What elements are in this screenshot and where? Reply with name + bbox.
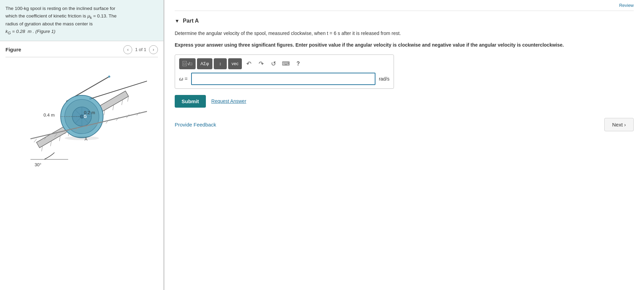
svg-text:G: G (84, 114, 87, 119)
math-input-row: ω = rad/s (179, 73, 389, 85)
reset-button[interactable]: ↺ (268, 58, 279, 69)
undo-button[interactable]: ↶ (243, 58, 254, 69)
mu-value: = 0.13. The (92, 13, 116, 19)
figure-title: Figure (5, 47, 21, 52)
svg-text:A: A (85, 137, 87, 142)
redo-button[interactable]: ↷ (256, 58, 267, 69)
bottom-row: Provide Feedback Next › (175, 118, 634, 131)
mu-symbol: μ (87, 13, 90, 19)
math-toolbar: □ √□ ΑΣφ ↕ vec ↶ ↷ ↺ ⌨ ? (179, 58, 389, 69)
review-link-area: Review (175, 0, 634, 11)
math-input-container: □ √□ ΑΣφ ↕ vec ↶ ↷ ↺ ⌨ ? ω = rad/s (175, 55, 394, 89)
figure-count: 1 of 1 (135, 47, 146, 52)
problem-line3: radius of gyration about the mass center… (5, 21, 92, 26)
next-figure-button[interactable]: › (149, 45, 158, 54)
provide-feedback-link[interactable]: Provide Feedback (175, 122, 216, 128)
left-panel: The 100-kg spool is resting on the incli… (0, 0, 164, 290)
problem-line1: The 100-kg spool is resting on the incli… (5, 6, 115, 11)
problem-text-box: The 100-kg spool is resting on the incli… (0, 0, 163, 41)
svg-point-23 (65, 136, 99, 140)
question-text: Determine the angular velocity of the sp… (175, 29, 634, 37)
omega-label: ω = (179, 76, 188, 82)
keyboard-button[interactable]: ⌨ (280, 58, 291, 69)
collapse-arrow[interactable]: ▼ (175, 18, 179, 24)
review-link[interactable]: Review (619, 3, 634, 8)
answer-input[interactable] (191, 73, 375, 85)
part-title: Part A (183, 18, 199, 24)
figure-image: 0.4 m 0.2 m G A 30° (5, 60, 158, 183)
svg-line-26 (34, 139, 37, 142)
vec-button[interactable]: vec (228, 58, 242, 69)
prev-figure-button[interactable]: ‹ (123, 45, 132, 54)
svg-text:30°: 30° (35, 162, 41, 167)
right-panel: Review ▼ Part A Determine the angular ve… (164, 0, 644, 290)
updown-arrow-button[interactable]: ↕ (214, 58, 227, 69)
sqrt-button[interactable]: □ √□ (179, 58, 196, 69)
svg-point-38 (89, 98, 91, 100)
submit-button[interactable]: Submit (175, 95, 206, 108)
instruction-text: Express your answer using three signific… (175, 41, 634, 49)
problem-line2: which the coefficient of kinetic frictio… (5, 13, 87, 19)
next-button[interactable]: Next › (604, 118, 634, 131)
unit-label: rad/s (379, 76, 389, 82)
action-row: Submit Request Answer (175, 95, 634, 108)
figure-nav: ‹ 1 of 1 › (123, 45, 158, 54)
help-button[interactable]: ? (293, 58, 304, 69)
part-header: ▼ Part A (175, 18, 634, 24)
problem-line4: kG = 0.28 m . (Figure 1) (5, 29, 55, 34)
alpha-sigma-phi-button[interactable]: ΑΣφ (197, 58, 212, 69)
figure-section: Figure ‹ 1 of 1 › (0, 41, 163, 290)
request-answer-button[interactable]: Request Answer (211, 98, 246, 104)
figure-header: Figure ‹ 1 of 1 › (5, 45, 158, 57)
svg-text:0.4 m: 0.4 m (44, 112, 55, 118)
